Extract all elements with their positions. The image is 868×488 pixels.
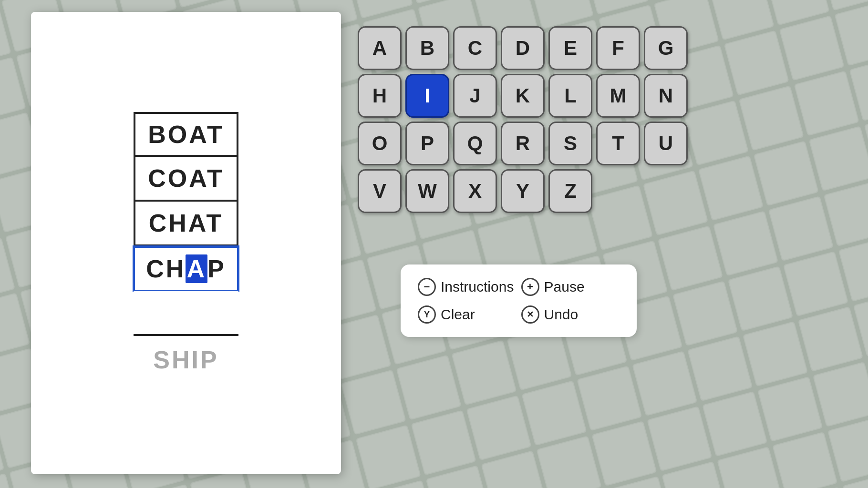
table-row: CHAT xyxy=(134,202,238,246)
keyboard-section: A B C D E F G H I J K L M N O P Q R S T … xyxy=(358,26,688,213)
key-r[interactable]: R xyxy=(501,122,545,165)
pause-icon: + xyxy=(521,278,539,296)
highlighted-letter: A xyxy=(186,254,207,283)
keyboard-row-3: O P Q R S T U xyxy=(358,122,688,165)
pause-button[interactable]: + Pause xyxy=(521,278,620,296)
undo-label: Undo xyxy=(544,306,579,323)
controls-panel: − Instructions + Pause Y Clear ✕ Undo xyxy=(401,264,637,337)
word-coat: COAT xyxy=(148,164,224,193)
key-p[interactable]: P xyxy=(405,122,449,165)
key-b[interactable]: B xyxy=(405,26,449,70)
key-c[interactable]: C xyxy=(453,26,497,70)
key-o[interactable]: O xyxy=(358,122,402,165)
instructions-icon: − xyxy=(418,278,436,296)
table-row: COAT xyxy=(134,157,238,202)
key-v[interactable]: V xyxy=(358,169,402,213)
keyboard-row-2: H I J K L M N xyxy=(358,74,688,118)
key-u[interactable]: U xyxy=(644,122,688,165)
word-chat: CHAT xyxy=(149,209,224,237)
key-z[interactable]: Z xyxy=(548,169,592,213)
keyboard-row-4: V W X Y Z xyxy=(358,169,688,213)
table-row: BOAT xyxy=(134,112,238,157)
target-word: SHIP xyxy=(153,346,218,374)
key-i[interactable]: I xyxy=(405,74,449,118)
keyboard-grid: A B C D E F G H I J K L M N O P Q R S T … xyxy=(358,26,688,213)
clear-label: Clear xyxy=(441,306,475,323)
key-l[interactable]: L xyxy=(548,74,592,118)
ladder-wrapper: BOAT COAT CHAT CHAP xyxy=(134,112,238,336)
key-g[interactable]: G xyxy=(644,26,688,70)
key-s[interactable]: S xyxy=(548,122,592,165)
key-d[interactable]: D xyxy=(501,26,545,70)
instructions-label: Instructions xyxy=(441,279,514,295)
controls-grid: − Instructions + Pause Y Clear ✕ Undo xyxy=(418,278,620,324)
undo-icon: ✕ xyxy=(521,305,539,324)
pause-label: Pause xyxy=(544,279,585,295)
ladder-rows: BOAT COAT CHAT CHAP xyxy=(134,112,238,336)
key-k[interactable]: K xyxy=(501,74,545,118)
key-a[interactable]: A xyxy=(358,26,402,70)
instructions-button[interactable]: − Instructions xyxy=(418,278,517,296)
key-j[interactable]: J xyxy=(453,74,497,118)
key-t[interactable]: T xyxy=(596,122,640,165)
undo-button[interactable]: ✕ Undo xyxy=(521,305,620,324)
active-row[interactable]: CHAP xyxy=(134,246,238,291)
key-e[interactable]: E xyxy=(548,26,592,70)
keyboard-row-1: A B C D E F G xyxy=(358,26,688,70)
clear-button[interactable]: Y Clear xyxy=(418,305,517,324)
word-boat: BOAT xyxy=(148,120,224,149)
key-f[interactable]: F xyxy=(596,26,640,70)
paper-card: BOAT COAT CHAT CHAP xyxy=(31,12,341,474)
key-q[interactable]: Q xyxy=(453,122,497,165)
key-x[interactable]: X xyxy=(453,169,497,213)
clear-icon: Y xyxy=(418,305,436,324)
key-n[interactable]: N xyxy=(644,74,688,118)
key-m[interactable]: M xyxy=(596,74,640,118)
key-w[interactable]: W xyxy=(405,169,449,213)
key-h[interactable]: H xyxy=(358,74,402,118)
empty-row xyxy=(134,291,238,336)
word-chap: CHAP xyxy=(146,254,226,283)
word-ladder: BOAT COAT CHAT CHAP xyxy=(134,112,238,374)
key-y[interactable]: Y xyxy=(501,169,545,213)
